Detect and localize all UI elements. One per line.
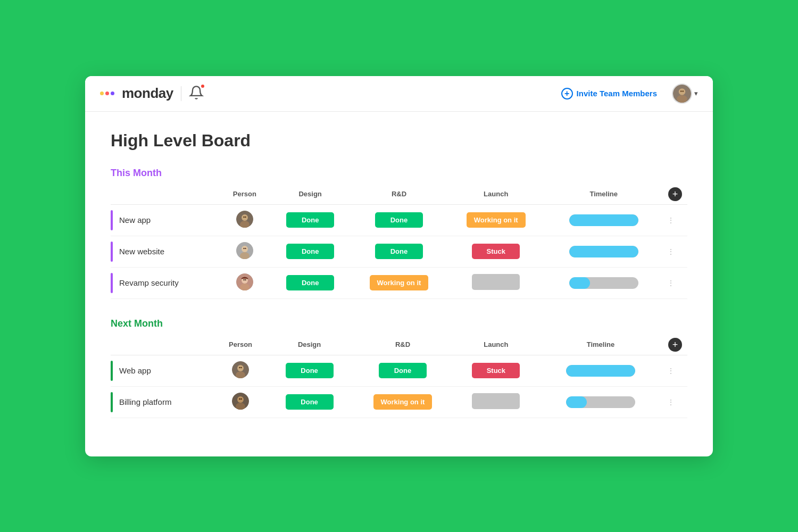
row-rnd-cell[interactable]: Working on it: [351, 267, 447, 298]
notification-bell[interactable]: [189, 85, 204, 102]
row-launch-cell[interactable]: [447, 267, 544, 298]
timeline-bar: [569, 277, 638, 289]
logo-dot-purple: [111, 92, 114, 95]
row-timeline-cell[interactable]: [538, 355, 663, 386]
section-next-month-header: Next Month: [111, 318, 687, 329]
more-icon: ⋮: [667, 247, 675, 256]
avatar-image: [236, 242, 253, 259]
col-header-timeline-2: Timeline: [538, 335, 663, 355]
row-indicator: [111, 392, 113, 412]
col-header-launch-1: Launch: [447, 184, 544, 205]
this-month-table: Person Design R&D Launch Timeline +: [111, 184, 687, 299]
row-person-cell[interactable]: [214, 355, 267, 386]
svg-point-3: [680, 90, 682, 92]
section-this-month: This Month Person Design R&D Launch Time…: [111, 168, 687, 299]
row-person-cell[interactable]: [219, 236, 270, 267]
row-more-cell: ⋮: [663, 386, 687, 418]
row-rnd-cell[interactable]: Working on it: [352, 386, 454, 418]
row-timeline-cell[interactable]: [538, 386, 663, 418]
add-column-button-1[interactable]: +: [668, 187, 682, 201]
row-indicator: [111, 273, 113, 293]
section-next-month: Next Month Person Design R&D Launch Time…: [111, 318, 687, 418]
row-rnd-cell[interactable]: Done: [351, 204, 447, 236]
svg-point-6: [242, 214, 248, 221]
row-rnd-cell[interactable]: Done: [352, 355, 454, 386]
row-launch-cell[interactable]: Stuck: [447, 236, 544, 267]
person-avatar: [232, 361, 249, 378]
row-timeline-cell[interactable]: [544, 236, 663, 267]
user-avatar: [672, 84, 692, 104]
add-column-button-2[interactable]: +: [668, 338, 682, 352]
row-more-cell: ⋮: [663, 355, 687, 386]
svg-point-9: [245, 216, 246, 217]
col-header-timeline-1: Timeline: [544, 184, 663, 205]
user-profile-area[interactable]: ▾: [672, 84, 698, 104]
row-launch-cell[interactable]: Working on it: [447, 204, 544, 236]
status-badge: Stuck: [472, 363, 520, 378]
section-this-month-header: This Month: [111, 168, 687, 179]
svg-point-11: [242, 246, 248, 252]
next-month-table: Person Design R&D Launch Timeline +: [111, 335, 687, 418]
row-person-cell[interactable]: [219, 204, 270, 236]
status-badge: Done: [375, 244, 423, 259]
status-badge: Done: [286, 212, 334, 228]
row-person-cell[interactable]: [214, 386, 267, 418]
invite-team-button[interactable]: + Invite Team Members: [556, 85, 662, 103]
board-title: High Level Board: [111, 131, 687, 151]
row-design-cell[interactable]: Done: [270, 236, 350, 267]
svg-point-2: [677, 95, 687, 102]
status-badge: Stuck: [472, 244, 520, 259]
more-icon: ⋮: [667, 367, 675, 375]
timeline-fill: [569, 214, 638, 226]
status-badge: [472, 274, 520, 290]
svg-point-4: [682, 90, 684, 92]
timeline-bar: [566, 396, 635, 408]
col-header-person-1: Person: [219, 184, 270, 205]
status-badge: Done: [286, 394, 334, 410]
row-timeline-cell[interactable]: [544, 267, 663, 298]
row-indicator: [111, 242, 113, 262]
avatar-image: [236, 273, 253, 290]
invite-plus-icon: +: [561, 88, 573, 99]
row-design-cell[interactable]: Done: [270, 204, 350, 236]
logo-area: monday: [100, 85, 173, 102]
row-indicator: [111, 210, 113, 230]
row-design-cell[interactable]: Done: [267, 355, 352, 386]
row-name-cell: New app: [111, 204, 219, 236]
table-row: Web app: [111, 355, 687, 386]
svg-point-13: [243, 247, 244, 248]
timeline-fill: [569, 246, 638, 257]
row-launch-cell[interactable]: [454, 386, 538, 418]
svg-point-21: [237, 365, 244, 371]
row-name-cell: Revamp security: [111, 267, 219, 298]
status-badge: Done: [375, 212, 423, 228]
svg-point-14: [245, 247, 246, 248]
row-name: New website: [119, 247, 164, 256]
timeline-fill: [569, 277, 590, 289]
row-design-cell[interactable]: Done: [270, 267, 350, 298]
row-name-cell: Web app: [111, 355, 214, 386]
status-badge: Done: [379, 363, 427, 378]
row-name: New app: [119, 215, 151, 225]
row-person-cell[interactable]: [219, 267, 270, 298]
status-badge: Working on it: [370, 275, 429, 290]
row-more-cell: ⋮: [663, 267, 687, 298]
col-header-name-2: [111, 335, 214, 355]
main-content: High Level Board This Month Person Desig…: [85, 112, 713, 456]
row-design-cell[interactable]: Done: [267, 386, 352, 418]
col-header-person-2: Person: [214, 335, 267, 355]
status-badge: [472, 393, 520, 409]
timeline-bar: [569, 246, 638, 257]
app-window: monday + Invite Team Members: [85, 76, 713, 456]
status-badge: Working on it: [373, 394, 433, 410]
row-rnd-cell[interactable]: Done: [351, 236, 447, 267]
col-header-add-1: +: [663, 184, 687, 205]
avatar-image: [673, 84, 691, 104]
row-timeline-cell[interactable]: [544, 204, 663, 236]
section-this-month-title: This Month: [111, 168, 162, 179]
header: monday + Invite Team Members: [85, 76, 713, 112]
logo-dot-red: [105, 92, 109, 95]
row-name: Web app: [119, 366, 151, 375]
table-row: Revamp security: [111, 267, 687, 298]
row-launch-cell[interactable]: Stuck: [454, 355, 538, 386]
